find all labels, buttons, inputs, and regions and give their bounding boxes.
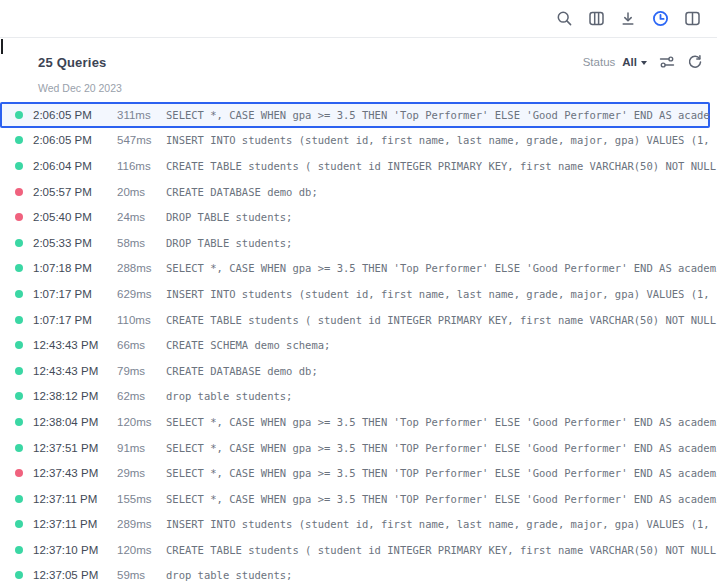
query-time: 2:05:40 PM (33, 211, 117, 223)
query-sql: SELECT *, CASE WHEN gpa >= 3.5 THEN 'TOP… (166, 467, 717, 479)
query-duration: 120ms (117, 416, 164, 428)
query-row[interactable]: 12:37:11 PM 155ms SELECT *, CASE WHEN gp… (0, 486, 717, 512)
query-time: 12:37:43 PM (33, 467, 117, 479)
query-sql: SELECT *, CASE WHEN gpa >= 3.5 THEN 'TOP… (166, 493, 717, 505)
query-duration: 62ms (117, 390, 164, 402)
query-sql: DROP TABLE students; (166, 211, 717, 223)
query-row[interactable]: 12:43:43 PM 79ms CREATE DATABASE demo_db… (0, 358, 717, 384)
status-dot (15, 264, 23, 272)
status-dot (15, 136, 23, 144)
query-row[interactable]: 12:37:05 PM 59ms drop table students; (0, 563, 717, 586)
query-sql: CREATE TABLE students ( student_id INTEG… (166, 544, 717, 556)
query-sql: INSERT INTO students (student_id, first_… (166, 134, 717, 146)
chevron-down-icon (641, 61, 647, 65)
date-group-header: Wed Dec 20 2023 (0, 70, 717, 94)
query-sql: DROP TABLE students; (166, 237, 717, 249)
query-history-panel: 25 Queries Status All Wed Dec 20 2023 2:… (0, 0, 717, 586)
query-sql: INSERT INTO students (student_id, first_… (166, 288, 717, 300)
query-sql: CREATE DATABASE demo_db; (166, 186, 717, 198)
query-sql: drop table students; (166, 390, 717, 402)
query-row[interactable]: 1:07:18 PM 288ms SELECT *, CASE WHEN gpa… (0, 256, 717, 282)
query-time: 12:37:51 PM (33, 442, 117, 454)
query-time: 2:06:05 PM (33, 134, 117, 146)
status-filter-dropdown[interactable]: All (622, 56, 647, 68)
query-row[interactable]: 12:37:51 PM 91ms SELECT *, CASE WHEN gpa… (0, 435, 717, 461)
status-dot (15, 546, 23, 554)
query-sql: SELECT *, CASE WHEN gpa >= 3.5 THEN 'Top… (166, 109, 710, 121)
split-view-icon[interactable] (683, 10, 701, 28)
query-time: 12:37:05 PM (33, 569, 117, 581)
query-duration: 79ms (117, 365, 164, 377)
query-sql: SELECT *, CASE WHEN gpa >= 3.5 THEN 'Top… (166, 262, 717, 274)
columns-icon[interactable] (587, 10, 605, 28)
query-duration: 110ms (117, 314, 164, 326)
query-sql: CREATE TABLE students ( student_id INTEG… (166, 314, 717, 326)
download-icon[interactable] (619, 10, 637, 28)
query-list: 2:06:05 PM 311ms SELECT *, CASE WHEN gpa… (0, 102, 717, 586)
query-row[interactable]: 2:05:40 PM 24ms DROP TABLE students; (0, 204, 717, 230)
status-dot (15, 392, 23, 400)
status-dot (15, 444, 23, 452)
query-row[interactable]: 12:37:43 PM 29ms SELECT *, CASE WHEN gpa… (0, 460, 717, 486)
status-filter-label: Status (583, 56, 616, 68)
query-row[interactable]: 2:06:05 PM 547ms INSERT INTO students (s… (0, 128, 717, 154)
query-row[interactable]: 12:38:12 PM 62ms drop table students; (0, 384, 717, 410)
query-sql: CREATE TABLE students ( student_id INTEG… (166, 160, 717, 172)
query-duration: 155ms (117, 493, 164, 505)
query-duration: 91ms (117, 442, 164, 454)
query-sql: SELECT *, CASE WHEN gpa >= 3.5 THEN 'Top… (166, 416, 717, 428)
query-time: 1:07:18 PM (33, 262, 117, 274)
status-filter-value: All (622, 56, 637, 68)
query-time: 1:07:17 PM (33, 288, 117, 300)
query-row[interactable]: 2:05:57 PM 20ms CREATE DATABASE demo_db; (0, 179, 717, 205)
query-time: 2:06:04 PM (33, 160, 117, 172)
top-toolbar (0, 0, 717, 38)
query-row[interactable]: 1:07:17 PM 629ms INSERT INTO students (s… (0, 281, 717, 307)
refresh-icon[interactable] (687, 54, 703, 70)
status-dot (15, 239, 23, 247)
query-duration: 59ms (117, 569, 164, 581)
query-row[interactable]: 2:06:04 PM 116ms CREATE TABLE students (… (0, 153, 717, 179)
query-sql: drop table students; (166, 569, 717, 581)
query-time: 12:38:04 PM (33, 416, 117, 428)
query-row[interactable]: 12:38:04 PM 120ms SELECT *, CASE WHEN gp… (0, 409, 717, 435)
status-dot (15, 162, 23, 170)
query-sql: INSERT INTO students (student_id, first_… (166, 518, 717, 530)
query-time: 2:05:33 PM (33, 237, 117, 249)
query-row[interactable]: 12:43:43 PM 66ms CREATE SCHEMA demo_sche… (0, 332, 717, 358)
query-time: 12:43:43 PM (33, 339, 117, 351)
query-duration: 289ms (117, 518, 164, 530)
filter-sliders-icon[interactable] (659, 54, 675, 70)
status-dot (15, 111, 23, 119)
status-dot (15, 290, 23, 298)
query-duration: 66ms (117, 339, 164, 351)
query-time: 12:37:10 PM (33, 544, 117, 556)
status-dot (15, 316, 23, 324)
status-dot (15, 213, 23, 221)
query-row[interactable]: 2:06:05 PM 311ms SELECT *, CASE WHEN gpa… (0, 102, 710, 128)
status-dot (15, 520, 23, 528)
query-sql: SELECT *, CASE WHEN gpa >= 3.5 THEN 'TOP… (166, 442, 717, 454)
query-duration: 24ms (117, 211, 164, 223)
query-duration: 311ms (117, 109, 164, 121)
status-dot (15, 495, 23, 503)
query-duration: 58ms (117, 237, 164, 249)
panel-header: 25 Queries Status All (0, 38, 717, 70)
history-clock-icon[interactable] (651, 10, 669, 28)
page-title: 25 Queries (38, 55, 107, 70)
status-dot (15, 367, 23, 375)
query-duration: 120ms (117, 544, 164, 556)
status-dot (15, 418, 23, 426)
search-icon[interactable] (555, 10, 573, 28)
query-duration: 20ms (117, 186, 164, 198)
query-time: 12:43:43 PM (33, 365, 117, 377)
query-time: 1:07:17 PM (33, 314, 117, 326)
query-row[interactable]: 12:37:10 PM 120ms CREATE TABLE students … (0, 537, 717, 563)
query-row[interactable]: 12:37:11 PM 289ms INSERT INTO students (… (0, 512, 717, 538)
query-row[interactable]: 1:07:17 PM 110ms CREATE TABLE students (… (0, 307, 717, 333)
query-row[interactable]: 2:05:33 PM 58ms DROP TABLE students; (0, 230, 717, 256)
query-duration: 629ms (117, 288, 164, 300)
query-time: 12:37:11 PM (33, 518, 117, 530)
query-time: 2:05:57 PM (33, 186, 117, 198)
status-dot (15, 341, 23, 349)
